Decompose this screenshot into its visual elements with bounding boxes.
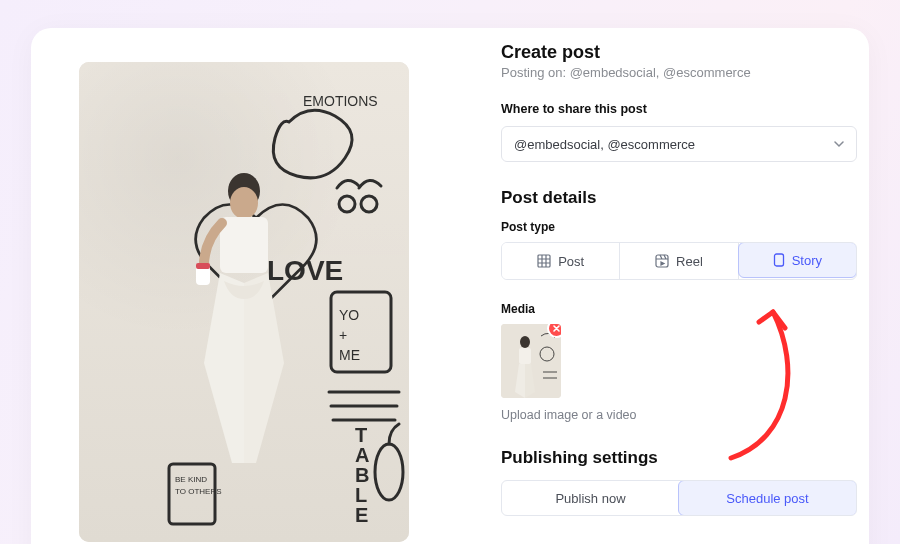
media-row <box>501 324 857 398</box>
svg-point-27 <box>520 336 530 348</box>
publishing-heading: Publishing settings <box>501 448 857 468</box>
svg-rect-21 <box>196 263 210 269</box>
svg-text:L: L <box>355 484 367 506</box>
create-post-card: EMOTIONS LOVE YO + ME BE KIND TO OTHERS … <box>31 28 869 544</box>
preview-pane: EMOTIONS LOVE YO + ME BE KIND TO OTHERS … <box>31 28 489 544</box>
svg-rect-22 <box>538 255 550 267</box>
svg-rect-23 <box>656 255 668 267</box>
svg-rect-19 <box>220 217 268 273</box>
svg-text:E: E <box>355 504 368 526</box>
publishing-segmented: Publish now Schedule post <box>501 480 857 516</box>
svg-text:EMOTIONS: EMOTIONS <box>303 93 378 109</box>
schedule-post-label: Schedule post <box>726 491 808 506</box>
phone-icon <box>773 253 785 267</box>
post-type-segmented: Post Reel Story <box>501 242 857 280</box>
publish-now-option[interactable]: Publish now <box>502 481 679 515</box>
close-icon <box>552 324 561 333</box>
post-type-story-label: Story <box>792 253 822 268</box>
share-label: Where to share this post <box>501 102 857 116</box>
form-pane: Create post Posting on: @embedsocial, @e… <box>489 28 869 544</box>
svg-text:BE KIND: BE KIND <box>175 475 207 484</box>
svg-point-7 <box>361 196 377 212</box>
svg-point-16 <box>375 444 403 500</box>
svg-rect-24 <box>774 254 783 266</box>
svg-point-18 <box>230 187 258 219</box>
svg-text:+: + <box>339 327 347 343</box>
post-type-label: Post type <box>501 220 857 234</box>
upload-hint: Upload image or a video <box>501 408 857 422</box>
chevron-down-icon <box>834 139 844 149</box>
post-type-reel-label: Reel <box>676 254 703 269</box>
post-type-post[interactable]: Post <box>502 243 620 279</box>
post-type-post-label: Post <box>558 254 584 269</box>
posting-on-line: Posting on: @embedsocial, @escommerce <box>501 65 857 80</box>
svg-point-6 <box>339 196 355 212</box>
posting-on-prefix: Posting on: <box>501 65 570 80</box>
svg-text:ME: ME <box>339 347 360 363</box>
story-preview: EMOTIONS LOVE YO + ME BE KIND TO OTHERS … <box>79 62 409 542</box>
post-details-heading: Post details <box>501 188 857 208</box>
media-thumbnail[interactable] <box>501 324 561 398</box>
preview-person <box>184 163 304 463</box>
svg-text:TO OTHERS: TO OTHERS <box>175 487 222 496</box>
post-type-reel[interactable]: Reel <box>620 243 738 279</box>
reel-icon <box>655 254 669 268</box>
share-account-select[interactable]: @embedsocial, @escommerce <box>501 126 857 162</box>
media-label: Media <box>501 302 857 316</box>
page-title: Create post <box>501 42 857 63</box>
schedule-post-option[interactable]: Schedule post <box>678 480 857 516</box>
svg-text:T: T <box>355 424 367 446</box>
posting-on-accounts: @embedsocial, @escommerce <box>570 65 751 80</box>
svg-rect-28 <box>519 348 531 364</box>
share-select-value: @embedsocial, @escommerce <box>514 137 695 152</box>
grid-icon <box>537 254 551 268</box>
post-type-story[interactable]: Story <box>738 242 857 278</box>
svg-text:A: A <box>355 444 369 466</box>
publish-now-label: Publish now <box>555 491 625 506</box>
svg-text:B: B <box>355 464 369 486</box>
svg-text:YO: YO <box>339 307 359 323</box>
